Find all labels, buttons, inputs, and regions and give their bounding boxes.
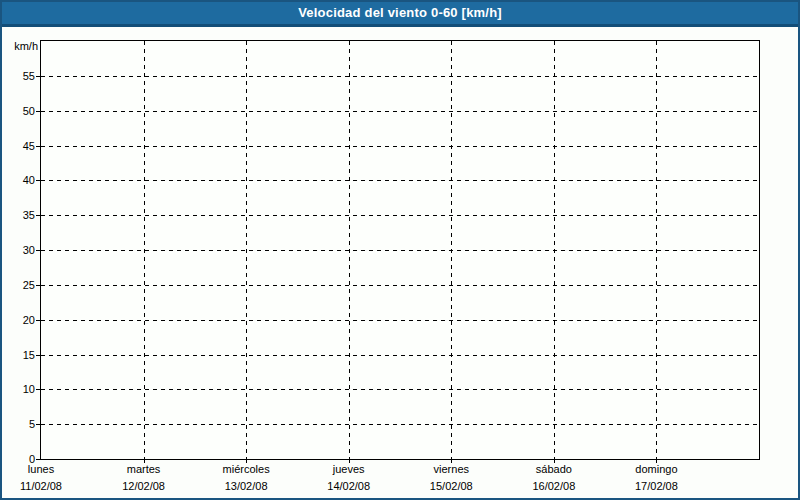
gridline-vertical: [246, 41, 247, 459]
gridline-horizontal: [41, 146, 759, 147]
y-axis-tick-mark: [36, 459, 40, 460]
y-axis-tick-mark: [36, 146, 40, 147]
y-axis-tick-mark: [36, 180, 40, 181]
gridline-horizontal: [41, 180, 759, 181]
x-axis-tick-mark: [246, 459, 247, 463]
gridline-horizontal: [41, 424, 759, 425]
chart-canvas: km/h 0510152025303540455055lunes11/02/08…: [2, 2, 798, 498]
x-axis-tick-mark: [656, 459, 657, 463]
gridline-horizontal: [41, 285, 759, 286]
x-axis-tick-mark: [451, 459, 452, 463]
y-axis-tick-label: 5: [2, 417, 35, 431]
y-axis-tick-label: 10: [2, 382, 35, 396]
y-axis-tick-mark: [36, 355, 40, 356]
x-axis-tick-label: domingo17/02/08: [601, 462, 711, 494]
y-axis-tick-mark: [36, 250, 40, 251]
y-axis-unit-label: km/h: [2, 40, 38, 53]
x-axis-tick-label: lunes11/02/08: [0, 462, 96, 494]
x-tick-date: 14/02/08: [294, 479, 404, 494]
y-axis-tick-label: 15: [2, 348, 35, 362]
y-axis-tick-label: 50: [2, 104, 35, 118]
gridline-horizontal: [41, 355, 759, 356]
x-tick-day-name: jueves: [294, 462, 404, 477]
chart-window: Velocidad del viento 0-60 [km/h] km/h 05…: [0, 0, 800, 500]
x-tick-date: 15/02/08: [396, 479, 506, 494]
y-axis-tick-label: 40: [2, 173, 35, 187]
y-axis-tick-mark: [36, 285, 40, 286]
y-axis-tick-label: 45: [2, 139, 35, 153]
gridline-vertical: [349, 41, 350, 459]
y-axis-tick-mark: [36, 215, 40, 216]
y-axis-tick-mark: [36, 389, 40, 390]
gridline-vertical: [656, 41, 657, 459]
plot-area: [40, 40, 760, 460]
x-tick-day-name: viernes: [396, 462, 506, 477]
x-axis-tick-label: jueves14/02/08: [294, 462, 404, 494]
x-tick-date: 11/02/08: [0, 479, 96, 494]
x-axis-tick-label: miércoles13/02/08: [191, 462, 301, 494]
x-tick-date: 12/02/08: [89, 479, 199, 494]
y-axis-tick-label: 30: [2, 243, 35, 257]
x-tick-date: 17/02/08: [601, 479, 711, 494]
x-axis-tick-label: viernes15/02/08: [396, 462, 506, 494]
gridline-horizontal: [41, 215, 759, 216]
x-tick-day-name: domingo: [601, 462, 711, 477]
y-axis-tick-label: 25: [2, 278, 35, 292]
y-axis-tick-label: 35: [2, 208, 35, 222]
x-axis-tick-label: sábado16/02/08: [499, 462, 609, 494]
x-tick-date: 16/02/08: [499, 479, 609, 494]
y-axis-tick-mark: [36, 320, 40, 321]
x-axis-tick-mark: [554, 459, 555, 463]
x-axis-tick-mark: [144, 459, 145, 463]
y-axis-tick-label: 55: [2, 69, 35, 83]
x-axis-tick-mark: [349, 459, 350, 463]
gridline-horizontal: [41, 389, 759, 390]
y-axis-tick-mark: [36, 111, 40, 112]
y-axis-tick-label: 20: [2, 313, 35, 327]
gridline-horizontal: [41, 320, 759, 321]
gridline-horizontal: [41, 250, 759, 251]
gridline-horizontal: [41, 111, 759, 112]
x-tick-day-name: martes: [89, 462, 199, 477]
x-tick-day-name: lunes: [0, 462, 96, 477]
x-tick-day-name: sábado: [499, 462, 609, 477]
x-axis-tick-label: martes12/02/08: [89, 462, 199, 494]
y-axis-tick-mark: [36, 424, 40, 425]
gridline-vertical: [451, 41, 452, 459]
x-tick-date: 13/02/08: [191, 479, 301, 494]
y-axis-tick-mark: [36, 76, 40, 77]
gridline-horizontal: [41, 76, 759, 77]
x-tick-day-name: miércoles: [191, 462, 301, 477]
gridline-vertical: [144, 41, 145, 459]
gridline-vertical: [554, 41, 555, 459]
